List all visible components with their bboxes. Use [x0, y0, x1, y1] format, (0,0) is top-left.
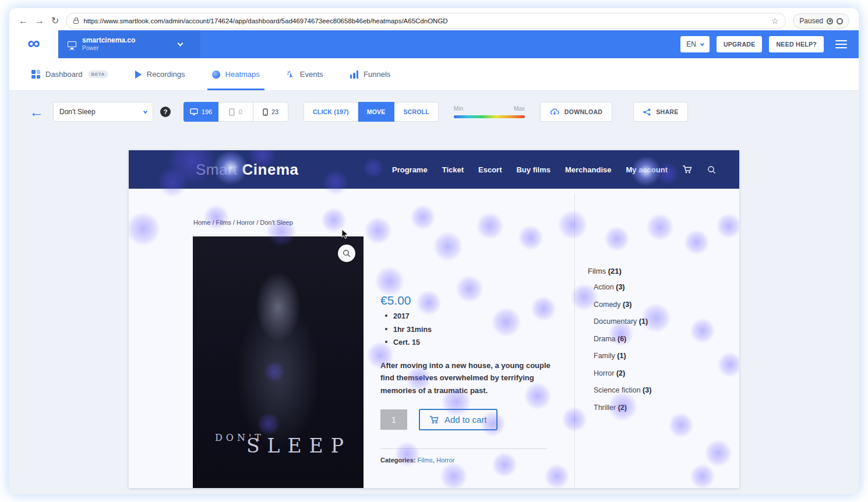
device-mobile-button[interactable]: 23 — [253, 102, 288, 122]
chevron-down-icon — [700, 41, 704, 45]
need-help-button[interactable]: NEED HELP? — [769, 36, 824, 52]
language-select[interactable]: EN — [680, 36, 710, 52]
sidebar-divider — [574, 193, 575, 488]
browser-window: ← → ↻ https://www.smartlook.com/admin/ac… — [9, 8, 859, 494]
mobile-icon — [263, 108, 268, 116]
site-navbar: Smart Cinema Programe Ticket Escort Buy … — [129, 150, 739, 189]
menu-item-merchandise[interactable]: Merchandise — [565, 165, 611, 174]
dashboard-grid-icon — [31, 70, 40, 79]
breadcrumb[interactable]: Home / Films / Horror / Don't Sleep — [193, 219, 293, 226]
browser-back-button[interactable]: ← — [19, 16, 28, 26]
legend-gradient-bar — [454, 115, 525, 118]
film-details: 2017 1hr 31mins Cert. 15 — [385, 312, 432, 352]
sidebar-item-documentary[interactable]: Documentary (1) — [594, 317, 651, 326]
tab-label: Funnels — [364, 70, 390, 79]
menu-item-escort[interactable]: Escort — [478, 165, 502, 174]
app-nav: Dashboard BETA Recordings Heatmaps Event… — [9, 58, 859, 90]
tab-funnels[interactable]: Funnels — [350, 58, 391, 90]
add-to-cart-button[interactable]: Add to cart — [419, 409, 497, 430]
beta-badge: BETA — [88, 70, 108, 78]
cart-icon[interactable] — [682, 165, 693, 174]
device-desktop-button[interactable]: 196 — [184, 102, 218, 122]
quantity-input[interactable]: 1 — [380, 409, 407, 430]
poster-zoom-button[interactable] — [338, 245, 355, 262]
cart-icon — [429, 415, 439, 424]
menu-item-my-account[interactable]: My account — [626, 165, 668, 174]
mouse-cursor — [341, 229, 350, 239]
tab-heatmaps[interactable]: Heatmaps — [212, 58, 260, 90]
project-selector[interactable]: smartcinema.co Power — [58, 30, 200, 58]
bookmark-star-icon[interactable]: ☆ — [771, 16, 779, 26]
project-plan: Power — [82, 45, 135, 52]
sidebar-item-family[interactable]: Family (1) — [594, 352, 651, 360]
legend-min-label: Min — [454, 105, 463, 112]
detail-cert: Cert. 15 — [385, 338, 432, 347]
sidebar-item-label: Comedy — [594, 301, 621, 309]
menu-item-ticket[interactable]: Ticket — [442, 165, 464, 174]
sidebar-item-thriller[interactable]: Thriller (2) — [594, 404, 651, 412]
download-button[interactable]: DOWNLOAD — [540, 102, 612, 122]
tab-recordings[interactable]: Recordings — [135, 58, 185, 90]
tablet-icon — [229, 108, 235, 116]
stop-icon — [837, 18, 843, 24]
browser-chrome: ← → ↻ https://www.smartlook.com/admin/ac… — [9, 8, 859, 30]
category-link-horror[interactable]: Horror — [436, 457, 454, 464]
heatmap-toolbar: ← Don't Sleep ? 196 0 23 — [9, 102, 859, 122]
legend-max-label: Max — [514, 105, 525, 112]
sidebar-item-horror[interactable]: Horror (2) — [594, 369, 651, 377]
mode-click-button[interactable]: CLICK (197) — [304, 102, 358, 122]
add-to-cart-label: Add to cart — [444, 415, 487, 425]
film-poster[interactable]: DON'T SLEEP — [193, 236, 364, 488]
url-bar[interactable]: https://www.smartlook.com/admin/account/… — [66, 13, 786, 29]
mode-move-button[interactable]: MOVE — [358, 102, 395, 122]
funnel-bars-icon — [350, 70, 359, 79]
tab-label: Dashboard — [45, 70, 83, 79]
tab-dashboard[interactable]: Dashboard BETA — [31, 58, 108, 90]
browser-forward-button[interactable]: → — [35, 16, 44, 26]
sidebar-item-count: (1) — [639, 317, 648, 326]
sidebar-item-drama[interactable]: Drama (6) — [594, 335, 651, 343]
sidebar-item-count: (2) — [618, 404, 627, 412]
heatmap-workspace: ← Don't Sleep ? 196 0 23 — [9, 90, 859, 494]
menu-hamburger-icon[interactable] — [835, 40, 847, 48]
sidebar-title[interactable]: Films (21) — [588, 267, 622, 275]
play-icon — [135, 70, 142, 79]
upgrade-button[interactable]: UPGRADE — [717, 36, 763, 52]
categories-row: Categories: Films, Horror — [380, 457, 454, 464]
heatmap-icon — [212, 70, 220, 79]
menu-item-buy-films[interactable]: Buy films — [516, 165, 551, 174]
search-icon[interactable] — [707, 165, 716, 174]
sidebar-item-count: (6) — [618, 335, 626, 343]
mode-scroll-button[interactable]: SCROLL — [394, 102, 438, 122]
smartlook-logo[interactable]: ∞ — [9, 30, 58, 58]
sidebar-item-count: (2) — [616, 369, 625, 377]
sidebar-item-label: Action — [594, 283, 614, 291]
paused-label: Paused — [799, 17, 823, 25]
share-button[interactable]: SHARE — [633, 102, 688, 122]
tab-events[interactable]: Events — [287, 58, 323, 90]
heatmap-select[interactable]: Don't Sleep — [53, 102, 153, 122]
device-tablet-button[interactable]: 0 — [218, 102, 253, 122]
record-icon — [827, 18, 833, 24]
site-logo[interactable]: Smart Cinema — [196, 161, 299, 179]
sidebar-item-action[interactable]: Action (3) — [594, 283, 651, 291]
help-icon[interactable]: ? — [160, 107, 171, 117]
menu-item-programe[interactable]: Programe — [392, 165, 428, 174]
heatmap-site-preview: Smart Cinema Programe Ticket Escort Buy … — [129, 150, 739, 488]
category-link-films[interactable]: Films — [418, 457, 433, 464]
browser-refresh-button[interactable]: ↻ — [51, 16, 59, 26]
sidebar-item-comedy[interactable]: Comedy (3) — [594, 301, 651, 309]
sidebar-item-label: Horror — [594, 369, 614, 377]
film-price: €5.00 — [380, 294, 411, 307]
sidebar-item-label: Drama — [594, 335, 616, 343]
chevron-down-icon — [143, 109, 147, 113]
site-logo-light: Smart — [196, 161, 238, 178]
download-label: DOWNLOAD — [564, 108, 602, 115]
share-icon — [643, 108, 651, 116]
sidebar-item-science-fiction[interactable]: Science fiction (3) — [594, 386, 651, 394]
paused-badge[interactable]: Paused — [793, 13, 849, 29]
url-text: https://www.smartlook.com/admin/account/… — [83, 17, 447, 24]
tab-label: Recordings — [147, 70, 185, 79]
back-arrow-button[interactable]: ← — [29, 105, 44, 119]
site-menu: Programe Ticket Escort Buy films Merchan… — [392, 165, 716, 174]
